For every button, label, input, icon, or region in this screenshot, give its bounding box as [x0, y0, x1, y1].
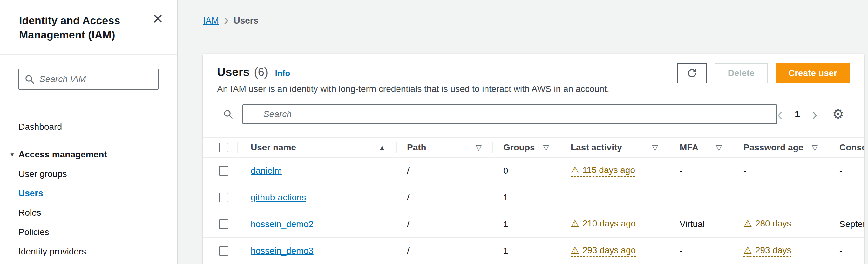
row-checkbox[interactable] [219, 246, 228, 256]
warning-icon: ⚠ [570, 219, 579, 228]
create-user-button[interactable]: Create user [776, 63, 850, 83]
password-age-cell: - [733, 193, 829, 203]
breadcrumb-current: Users [234, 16, 258, 26]
last-activity-warning[interactable]: ⚠ 293 days ago [570, 245, 636, 257]
path-cell: / [397, 166, 493, 176]
column-label: Groups [503, 143, 535, 153]
column-header-path[interactable]: Path ▽ [397, 138, 493, 157]
path-cell: / [397, 219, 493, 229]
console-signin-cell: - [829, 246, 864, 256]
sidebar-search-input[interactable] [19, 69, 159, 90]
table-search-input[interactable] [242, 104, 777, 124]
pagination-prev-icon[interactable]: ‹ [777, 106, 782, 122]
preferences-gear-icon[interactable]: ⚙ [832, 108, 844, 121]
column-header-console-last-signin[interactable]: Console last sign-in [829, 138, 864, 157]
refresh-button[interactable] [677, 63, 707, 83]
column-header-user-name[interactable]: User name ▲ [238, 138, 397, 157]
column-label: Console last sign-in [839, 143, 864, 153]
row-select-cell [203, 246, 238, 256]
row-checkbox[interactable] [219, 193, 228, 202]
groups-count-popover[interactable]: 1 [503, 193, 508, 203]
column-header-last-activity[interactable]: Last activity ▽ [560, 138, 670, 157]
sidebar-section-access-management[interactable]: ▼ Access management [19, 145, 159, 164]
panel-description: An IAM user is an identity with long-ter… [203, 84, 864, 94]
sidebar-item-users[interactable]: Users [19, 183, 159, 203]
last-activity-warning[interactable]: ⚠ 115 days ago [570, 165, 635, 177]
password-age-cell: ⚠ 280 days [733, 218, 829, 230]
breadcrumb-link-iam[interactable]: IAM [203, 16, 219, 26]
row-checkbox[interactable] [219, 219, 228, 229]
sidebar-search-section [0, 55, 177, 104]
password-age-value: - [743, 193, 746, 202]
path-value: / [407, 193, 409, 202]
last-activity-cell: ⚠ 293 days ago [560, 245, 670, 257]
pagination-page-1[interactable]: 1 [794, 110, 801, 119]
console-signin-value: - [839, 193, 842, 202]
column-label: Path [407, 143, 426, 153]
sortable-icon: ▽ [543, 143, 549, 152]
groups-count-popover[interactable]: 1 [503, 219, 508, 229]
close-icon[interactable]: × [153, 9, 163, 27]
last-activity-value: - [570, 193, 574, 202]
console-signin-cell: - [829, 166, 864, 176]
info-link[interactable]: Info [275, 68, 290, 78]
groups-count: 0 [503, 166, 508, 176]
pagination-next-icon[interactable]: › [812, 106, 817, 122]
last-activity-warning[interactable]: ⚠ 210 days ago [570, 218, 636, 230]
sidebar-item-dashboard[interactable]: Dashboard [19, 117, 159, 137]
select-all-checkbox[interactable] [219, 143, 228, 152]
column-label: Last activity [570, 143, 622, 153]
user-name-link[interactable]: github-actions [251, 193, 306, 202]
users-count: (6) [254, 65, 268, 79]
console-signin-cell: September [829, 219, 864, 229]
password-age-cell: ⚠ 293 days [733, 245, 829, 257]
sort-ascending-icon: ▲ [379, 144, 385, 151]
last-activity-cell: ⚠ 210 days ago [560, 218, 670, 230]
row-checkbox[interactable] [219, 166, 228, 176]
path-value: / [407, 246, 409, 256]
row-select-cell [203, 193, 238, 202]
sortable-icon: ▽ [716, 143, 722, 152]
password-age-warning[interactable]: ⚠ 293 days [743, 245, 792, 257]
warning-icon: ⚠ [743, 245, 752, 255]
column-label: User name [251, 143, 296, 153]
caret-down-icon: ▼ [9, 145, 15, 165]
path-cell: / [397, 246, 493, 256]
sidebar-search-box [19, 69, 159, 90]
table-row: danielm / 0 ⚠ 115 days ago [203, 158, 864, 184]
search-icon [223, 110, 233, 119]
groups-cell: 1 [493, 193, 560, 203]
groups-count-popover[interactable]: 1 [503, 246, 508, 256]
console-signin-value: September [839, 219, 864, 229]
last-activity-value: 210 days ago [582, 218, 636, 229]
sidebar-item-identity-providers[interactable]: Identity providers [19, 242, 159, 261]
column-header-groups[interactable]: Groups ▽ [493, 138, 560, 157]
sidebar-nav: Dashboard ▼ Access management User group… [0, 104, 177, 261]
iam-sidebar: Identity and Access Management (IAM) × D… [0, 0, 178, 264]
console-signin-value: - [839, 166, 842, 176]
password-age-cell: - [733, 166, 829, 176]
user-name-link[interactable]: hossein_demo2 [251, 219, 314, 229]
app-root: Identity and Access Management (IAM) × D… [0, 0, 868, 264]
user-name-link[interactable]: hossein_demo3 [251, 246, 314, 256]
sidebar-item-roles[interactable]: Roles [19, 203, 159, 222]
column-header-mfa[interactable]: MFA ▽ [670, 138, 733, 157]
warning-icon: ⚠ [743, 219, 752, 228]
table-row: hossein_demo3 / 1 ⚠ 293 days ago [203, 238, 864, 264]
delete-button[interactable]: Delete [715, 63, 768, 83]
sidebar-item-user-groups[interactable]: User groups [19, 164, 159, 183]
last-activity-cell: ⚠ 115 days ago [560, 165, 670, 177]
path-cell: / [397, 193, 493, 203]
table-row: github-actions / 1 - - - [203, 184, 864, 211]
users-panel: Users (6) Info Delete Create user An IAM [203, 54, 864, 264]
column-header-password-age[interactable]: Password age ▽ [733, 138, 829, 157]
password-age-warning[interactable]: ⚠ 280 days [743, 218, 792, 230]
user-name-cell: hossein_demo3 [238, 246, 397, 256]
sortable-icon: ▽ [476, 143, 482, 152]
sidebar-title: Identity and Access Management (IAM) [19, 13, 136, 42]
user-name-link[interactable]: danielm [251, 166, 282, 176]
select-all-cell [203, 138, 238, 157]
console-signin-cell: - [829, 193, 864, 203]
password-age-value: 280 days [755, 218, 792, 229]
sidebar-item-policies[interactable]: Policies [19, 222, 159, 242]
